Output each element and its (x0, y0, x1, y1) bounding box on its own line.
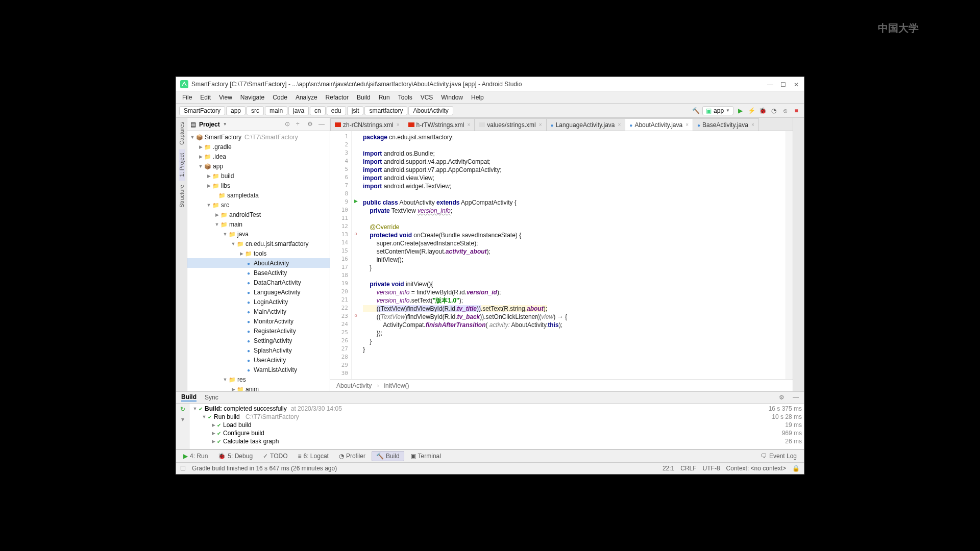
make-icon[interactable]: 🔨 (691, 106, 700, 115)
tree-item[interactable]: SettingActivity (253, 337, 292, 344)
tab-strings-values[interactable]: values/strings.xml× (474, 118, 546, 131)
tab-strings-cn[interactable]: zh-rCN/strings.xml× (330, 118, 404, 131)
refresh-icon[interactable]: ↻ (180, 406, 185, 413)
caret-position[interactable]: 22:1 (663, 465, 674, 472)
crumb[interactable]: main (265, 106, 287, 115)
collapse-icon[interactable]: ⊙ (285, 120, 293, 129)
tree-item[interactable]: androidTest (228, 211, 261, 218)
stop-icon[interactable]: ■ (792, 106, 801, 115)
crumb-method[interactable]: initView() (384, 382, 409, 389)
debug-icon[interactable]: 🐞 (758, 106, 767, 115)
hide-icon[interactable]: — (793, 394, 799, 401)
project-tree[interactable]: ▼SmartFactoryC:\T7\SmartFactory ▶.gradle… (187, 131, 330, 391)
tree-item[interactable]: DataChartActivity (253, 279, 301, 286)
tree-item[interactable]: sampledata (226, 192, 259, 199)
menu-file[interactable]: File (178, 93, 196, 102)
error-stripe[interactable] (786, 131, 793, 379)
override-icon[interactable]: o (352, 313, 360, 321)
menu-build[interactable]: Build (353, 93, 375, 102)
menu-tools[interactable]: Tools (394, 93, 416, 102)
hide-icon[interactable]: — (318, 120, 327, 129)
apply-changes-icon[interactable]: ⚡ (747, 106, 756, 115)
structure-tab[interactable]: Structure (179, 181, 185, 212)
line-sep[interactable]: CRLF (680, 465, 696, 472)
override-icon[interactable]: o (352, 231, 360, 239)
lock-icon[interactable]: 🔒 (792, 465, 800, 472)
scroll-icon[interactable]: ÷ (296, 120, 304, 129)
tree-item[interactable]: src (220, 202, 229, 209)
tw-eventlog[interactable]: 🗨Event Log (757, 452, 801, 461)
project-tab[interactable]: 1: Project (179, 149, 185, 181)
tree-item[interactable]: app (212, 163, 223, 170)
menu-edit[interactable]: Edit (196, 93, 215, 102)
menu-view[interactable]: View (215, 93, 236, 102)
tree-item[interactable]: .idea (212, 153, 226, 160)
tw-todo[interactable]: ✓TODO (259, 452, 291, 461)
tree-item[interactable]: libs (220, 182, 230, 189)
crumb-class[interactable]: AboutActivity (336, 382, 372, 389)
tree-item[interactable]: SplashActivity (253, 347, 292, 354)
tree-item[interactable]: UserActivity (253, 357, 286, 364)
maximize-icon[interactable]: ☐ (780, 81, 787, 87)
tree-item[interactable]: anim (244, 386, 259, 392)
menu-navigate[interactable]: Navigate (236, 93, 268, 102)
profile-icon[interactable]: ◔ (769, 106, 778, 115)
tw-build[interactable]: 🔨Build (372, 451, 404, 461)
tw-logcat[interactable]: ≡6: Logcat (294, 452, 333, 461)
run-gutter-icon[interactable]: ▶ (352, 198, 360, 207)
tree-item[interactable]: main (228, 221, 242, 228)
tree-item[interactable]: MonitorActivity (253, 318, 293, 325)
menu-code[interactable]: Code (268, 93, 291, 102)
crumb[interactable]: app (226, 106, 246, 115)
attach-icon[interactable]: ⎋ (780, 106, 790, 115)
status-icon[interactable]: ☐ (180, 465, 186, 472)
project-header[interactable]: Project (199, 121, 220, 128)
close-icon[interactable]: ✕ (794, 81, 800, 87)
menu-refactor[interactable]: Refactor (322, 93, 353, 102)
tree-item[interactable]: build (220, 172, 234, 180)
crumb-current[interactable]: AboutActivity (408, 106, 453, 115)
build-tab-sync[interactable]: Sync (205, 394, 218, 401)
tree-item[interactable]: cn.edu.jsit.smartfactory (244, 240, 308, 247)
tab-about[interactable]: AboutActivity.java× (625, 118, 693, 131)
crumb[interactable]: src (247, 106, 264, 115)
gear-icon[interactable]: ⚙ (307, 120, 315, 129)
menu-analyze[interactable]: Analyze (291, 93, 322, 102)
tw-terminal[interactable]: ▣Terminal (406, 452, 445, 461)
menu-help[interactable]: Help (467, 93, 488, 102)
tw-debug[interactable]: 🐞5: Debug (214, 452, 257, 461)
crumb-root[interactable]: SmartFactory (179, 106, 225, 115)
tw-profiler[interactable]: ◔Profiler (335, 452, 370, 461)
tree-item[interactable]: WarnListActivity (253, 366, 297, 373)
tab-language[interactable]: LanguageActivity.java× (546, 118, 626, 131)
tree-item[interactable]: tools (253, 250, 266, 257)
tree-item[interactable]: MainActivity (253, 308, 286, 315)
crumb[interactable]: jsit (347, 106, 364, 115)
close-icon[interactable]: × (539, 122, 542, 128)
close-icon[interactable]: × (618, 122, 621, 128)
tree-item[interactable]: java (236, 231, 249, 238)
tree-item[interactable]: .gradle (212, 143, 232, 151)
close-icon[interactable]: × (685, 122, 689, 128)
crumb[interactable]: edu (327, 106, 346, 115)
close-icon[interactable]: × (751, 122, 754, 128)
close-icon[interactable]: × (468, 122, 471, 128)
menu-run[interactable]: Run (375, 93, 394, 102)
tree-item[interactable]: LanguageActivity (253, 289, 300, 296)
run-icon[interactable]: ▶ (736, 106, 745, 115)
tree-item[interactable]: res (236, 376, 246, 383)
tw-run[interactable]: ▶4: Run (179, 452, 212, 461)
encoding[interactable]: UTF-8 (703, 465, 720, 472)
crumb[interactable]: smartfactory (364, 106, 407, 115)
filter-icon[interactable]: ▾ (181, 416, 184, 423)
build-tab-build[interactable]: Build (181, 393, 197, 402)
run-config-dropdown[interactable]: ▣ app ▼ (702, 106, 733, 115)
tree-item[interactable]: LoginActivity (253, 298, 288, 306)
tab-strings-tw[interactable]: h-rTW/strings.xml× (404, 118, 475, 131)
crumb[interactable]: cn (310, 106, 326, 115)
minimize-icon[interactable]: — (767, 81, 773, 87)
tree-item[interactable]: BaseActivity (253, 269, 287, 277)
tree-root[interactable]: SmartFactory (204, 134, 241, 141)
menu-window[interactable]: Window (437, 93, 467, 102)
menu-vcs[interactable]: VCS (416, 93, 437, 102)
